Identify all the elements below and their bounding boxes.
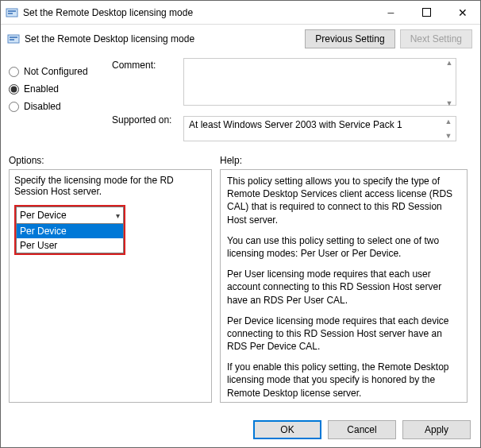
dropdown-item-per-user[interactable]: Per User	[17, 238, 123, 253]
options-instruction: Specify the licensing mode for the RD Se…	[14, 175, 206, 197]
radio-enabled[interactable]: Enabled	[9, 83, 112, 95]
supported-on-label: Supported on:	[112, 114, 171, 126]
divider	[9, 148, 472, 149]
combo-selected-value: Per Device	[20, 210, 67, 221]
help-header: Help:	[220, 155, 242, 166]
apply-button[interactable]: Apply	[402, 420, 471, 439]
maximize-button[interactable]	[409, 1, 444, 25]
licensing-mode-combo-highlight: Per Device ▾ Per Device Per User	[14, 205, 125, 255]
scroll-up-icon[interactable]: ▲	[444, 59, 455, 67]
window-title: Set the Remote Desktop licensing mode	[23, 7, 373, 18]
radio-label: Not Configured	[24, 66, 88, 77]
help-text: This policy setting allows you to specif…	[227, 175, 462, 226]
panels: Specify the licensing mode for the RD Se…	[1, 169, 480, 403]
svg-rect-1	[8, 10, 16, 12]
svg-rect-5	[10, 39, 14, 41]
config-area: Not Configured Enabled Disabled Comment:…	[1, 55, 480, 141]
ok-button[interactable]: OK	[253, 420, 321, 439]
state-radios: Not Configured Enabled Disabled	[9, 58, 112, 141]
chevron-down-icon: ▾	[116, 211, 120, 220]
cancel-button[interactable]: Cancel	[328, 420, 396, 439]
scroll-down-icon[interactable]: ▼	[443, 132, 454, 140]
radio-input-enabled[interactable]	[9, 84, 19, 95]
prev-setting-button[interactable]: Previous Setting	[305, 29, 394, 48]
minimize-button[interactable]	[373, 1, 409, 25]
policy-icon	[7, 33, 20, 45]
policy-editor-window: Set the Remote Desktop licensing mode Se…	[0, 0, 481, 448]
radio-input-not-configured[interactable]	[9, 67, 19, 77]
next-setting-button: Next Setting	[400, 29, 472, 48]
radio-not-configured[interactable]: Not Configured	[9, 66, 112, 77]
help-text: Per Device licensing mode requires that …	[227, 315, 462, 353]
svg-rect-2	[8, 13, 13, 14]
window-controls	[373, 1, 480, 25]
help-panel: This policy setting allows you to specif…	[220, 169, 468, 403]
licensing-mode-combo[interactable]: Per Device ▾	[16, 207, 124, 224]
radio-input-disabled[interactable]	[9, 102, 19, 112]
radio-label: Disabled	[24, 101, 61, 112]
radio-disabled[interactable]: Disabled	[9, 101, 112, 112]
supported-on-field: At least Windows Server 2003 with Servic…	[183, 116, 456, 141]
svg-rect-4	[10, 37, 17, 38]
button-bar: OK Cancel Apply	[253, 420, 471, 439]
options-header: Options:	[9, 155, 220, 166]
help-text: Per User licensing mode requires that ea…	[227, 268, 462, 307]
scroll-down-icon[interactable]: ▼	[444, 99, 455, 107]
scroll-up-icon[interactable]: ▲	[443, 118, 454, 126]
titlebar: Set the Remote Desktop licensing mode	[1, 1, 480, 25]
help-text: You can use this policy setting to selec…	[227, 234, 462, 260]
policy-icon	[6, 6, 18, 19]
comment-field[interactable]	[183, 58, 456, 106]
header-row: Set the Remote Desktop licensing mode Pr…	[1, 25, 480, 55]
licensing-mode-dropdown: Per Device Per User	[16, 224, 124, 253]
policy-title: Set the Remote Desktop licensing mode	[25, 33, 300, 44]
close-button[interactable]	[444, 1, 480, 25]
section-headers: Options: Help:	[1, 155, 480, 166]
help-text: If you enable this policy setting, the R…	[227, 361, 462, 400]
options-panel: Specify the licensing mode for the RD Se…	[9, 169, 212, 403]
dropdown-item-per-device[interactable]: Per Device	[17, 224, 123, 238]
supported-on-value: At least Windows Server 2003 with Servic…	[189, 119, 402, 130]
radio-label: Enabled	[24, 83, 59, 95]
comment-label: Comment:	[112, 60, 156, 71]
